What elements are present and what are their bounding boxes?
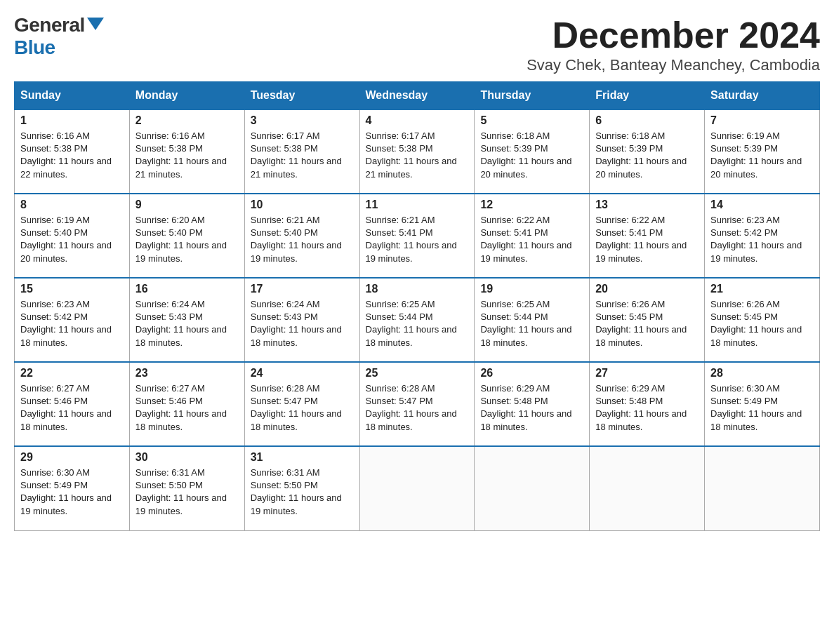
day-number: 11	[366, 199, 469, 211]
day-number: 9	[135, 199, 239, 211]
day-cell: 3 Sunrise: 6:17 AMSunset: 5:38 PMDayligh…	[244, 109, 359, 194]
day-number: 25	[366, 367, 469, 380]
day-number: 31	[251, 451, 354, 464]
week-row-1: 1 Sunrise: 6:16 AMSunset: 5:38 PMDayligh…	[15, 109, 820, 194]
day-number: 5	[480, 114, 583, 127]
header-tuesday: Tuesday	[244, 82, 359, 110]
day-cell: 14 Sunrise: 6:23 AMSunset: 5:42 PMDaylig…	[705, 194, 820, 278]
day-info: Sunrise: 6:17 AMSunset: 5:38 PMDaylight:…	[366, 130, 457, 180]
day-number: 8	[20, 199, 124, 211]
day-cell: 11 Sunrise: 6:21 AMSunset: 5:41 PMDaylig…	[359, 194, 475, 278]
header-sunday: Sunday	[15, 82, 130, 110]
day-info: Sunrise: 6:22 AMSunset: 5:41 PMDaylight:…	[480, 215, 571, 264]
day-cell: 21 Sunrise: 6:26 AMSunset: 5:45 PMDaylig…	[705, 278, 820, 362]
day-cell: 2 Sunrise: 6:16 AMSunset: 5:38 PMDayligh…	[129, 109, 244, 194]
week-row-3: 15 Sunrise: 6:23 AMSunset: 5:42 PMDaylig…	[15, 278, 820, 362]
day-cell: 9 Sunrise: 6:20 AMSunset: 5:40 PMDayligh…	[129, 194, 244, 278]
day-number: 4	[366, 114, 469, 127]
logo-general: General	[14, 14, 85, 36]
day-info: Sunrise: 6:19 AMSunset: 5:39 PMDaylight:…	[710, 130, 802, 180]
day-info: Sunrise: 6:29 AMSunset: 5:48 PMDaylight:…	[480, 383, 571, 432]
day-cell: 8 Sunrise: 6:19 AMSunset: 5:40 PMDayligh…	[15, 194, 130, 278]
day-number: 22	[20, 367, 124, 380]
day-cell	[590, 446, 705, 530]
day-info: Sunrise: 6:26 AMSunset: 5:45 PMDaylight:…	[595, 299, 687, 348]
day-info: Sunrise: 6:16 AMSunset: 5:38 PMDaylight:…	[135, 130, 227, 180]
header-thursday: Thursday	[475, 82, 590, 110]
page-header: General Blue December 2024 Svay Chek, Ba…	[14, 14, 820, 74]
header-friday: Friday	[590, 82, 705, 110]
day-info: Sunrise: 6:22 AMSunset: 5:41 PMDaylight:…	[595, 215, 687, 264]
day-info: Sunrise: 6:25 AMSunset: 5:44 PMDaylight:…	[366, 299, 457, 348]
day-cell	[359, 446, 475, 530]
day-info: Sunrise: 6:30 AMSunset: 5:49 PMDaylight:…	[710, 383, 802, 432]
location-subtitle: Svay Chek, Banteay Meanchey, Cambodia	[527, 56, 820, 74]
day-cell: 16 Sunrise: 6:24 AMSunset: 5:43 PMDaylig…	[129, 278, 244, 362]
day-info: Sunrise: 6:30 AMSunset: 5:49 PMDaylight:…	[20, 467, 112, 516]
day-cell	[705, 446, 820, 530]
day-cell	[475, 446, 590, 530]
day-cell: 17 Sunrise: 6:24 AMSunset: 5:43 PMDaylig…	[244, 278, 359, 362]
day-info: Sunrise: 6:27 AMSunset: 5:46 PMDaylight:…	[20, 383, 112, 432]
week-row-2: 8 Sunrise: 6:19 AMSunset: 5:40 PMDayligh…	[15, 194, 820, 278]
calendar-table: SundayMondayTuesdayWednesdayThursdayFrid…	[14, 81, 820, 531]
header-wednesday: Wednesday	[359, 82, 475, 110]
day-cell: 15 Sunrise: 6:23 AMSunset: 5:42 PMDaylig…	[15, 278, 130, 362]
day-cell: 30 Sunrise: 6:31 AMSunset: 5:50 PMDaylig…	[129, 446, 244, 530]
day-cell: 1 Sunrise: 6:16 AMSunset: 5:38 PMDayligh…	[15, 109, 130, 194]
day-info: Sunrise: 6:16 AMSunset: 5:38 PMDaylight:…	[20, 130, 112, 180]
day-info: Sunrise: 6:18 AMSunset: 5:39 PMDaylight:…	[480, 130, 571, 180]
day-number: 24	[251, 367, 354, 380]
day-info: Sunrise: 6:25 AMSunset: 5:44 PMDaylight:…	[480, 299, 571, 348]
day-info: Sunrise: 6:21 AMSunset: 5:41 PMDaylight:…	[366, 215, 457, 264]
day-number: 23	[135, 367, 239, 380]
day-cell: 26 Sunrise: 6:29 AMSunset: 5:48 PMDaylig…	[475, 362, 590, 446]
day-number: 19	[480, 283, 583, 295]
header-row: SundayMondayTuesdayWednesdayThursdayFrid…	[15, 82, 820, 110]
day-cell: 19 Sunrise: 6:25 AMSunset: 5:44 PMDaylig…	[475, 278, 590, 362]
day-info: Sunrise: 6:20 AMSunset: 5:40 PMDaylight:…	[135, 215, 227, 264]
day-number: 28	[710, 367, 814, 380]
day-number: 3	[251, 114, 354, 127]
day-number: 17	[251, 283, 354, 295]
day-number: 26	[480, 367, 583, 380]
day-info: Sunrise: 6:31 AMSunset: 5:50 PMDaylight:…	[135, 467, 227, 516]
day-cell: 24 Sunrise: 6:28 AMSunset: 5:47 PMDaylig…	[244, 362, 359, 446]
day-cell: 10 Sunrise: 6:21 AMSunset: 5:40 PMDaylig…	[244, 194, 359, 278]
day-number: 30	[135, 451, 239, 464]
day-info: Sunrise: 6:23 AMSunset: 5:42 PMDaylight:…	[710, 215, 802, 264]
day-info: Sunrise: 6:31 AMSunset: 5:50 PMDaylight:…	[251, 467, 342, 516]
day-number: 2	[135, 114, 239, 127]
header-saturday: Saturday	[705, 82, 820, 110]
day-info: Sunrise: 6:29 AMSunset: 5:48 PMDaylight:…	[595, 383, 687, 432]
day-cell: 28 Sunrise: 6:30 AMSunset: 5:49 PMDaylig…	[705, 362, 820, 446]
day-number: 15	[20, 283, 124, 295]
day-number: 27	[595, 367, 699, 380]
day-cell: 25 Sunrise: 6:28 AMSunset: 5:47 PMDaylig…	[359, 362, 475, 446]
day-info: Sunrise: 6:26 AMSunset: 5:45 PMDaylight:…	[710, 299, 802, 348]
day-number: 29	[20, 451, 124, 464]
day-cell: 31 Sunrise: 6:31 AMSunset: 5:50 PMDaylig…	[244, 446, 359, 530]
day-number: 16	[135, 283, 239, 295]
day-cell: 12 Sunrise: 6:22 AMSunset: 5:41 PMDaylig…	[475, 194, 590, 278]
day-number: 14	[710, 199, 814, 211]
day-cell: 18 Sunrise: 6:25 AMSunset: 5:44 PMDaylig…	[359, 278, 475, 362]
day-number: 12	[480, 199, 583, 211]
day-info: Sunrise: 6:28 AMSunset: 5:47 PMDaylight:…	[366, 383, 457, 432]
day-number: 20	[595, 283, 699, 295]
day-cell: 23 Sunrise: 6:27 AMSunset: 5:46 PMDaylig…	[129, 362, 244, 446]
week-row-4: 22 Sunrise: 6:27 AMSunset: 5:46 PMDaylig…	[15, 362, 820, 446]
day-cell: 4 Sunrise: 6:17 AMSunset: 5:38 PMDayligh…	[359, 109, 475, 194]
logo: General Blue	[14, 14, 104, 59]
day-number: 18	[366, 283, 469, 295]
day-number: 10	[251, 199, 354, 211]
day-info: Sunrise: 6:23 AMSunset: 5:42 PMDaylight:…	[20, 299, 112, 348]
day-number: 7	[710, 114, 814, 127]
day-cell: 27 Sunrise: 6:29 AMSunset: 5:48 PMDaylig…	[590, 362, 705, 446]
logo-blue: Blue	[14, 36, 55, 59]
day-number: 1	[20, 114, 124, 127]
day-info: Sunrise: 6:24 AMSunset: 5:43 PMDaylight:…	[251, 299, 342, 348]
day-info: Sunrise: 6:21 AMSunset: 5:40 PMDaylight:…	[251, 215, 342, 264]
day-number: 6	[595, 114, 699, 127]
day-number: 21	[710, 283, 814, 295]
